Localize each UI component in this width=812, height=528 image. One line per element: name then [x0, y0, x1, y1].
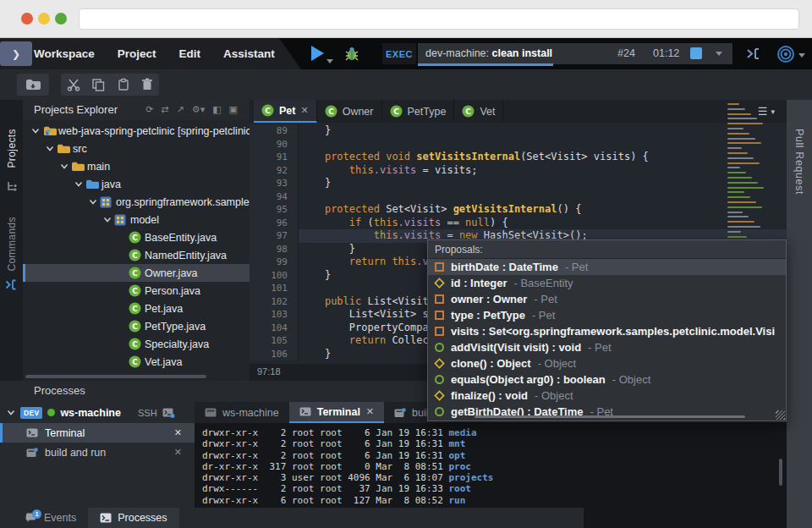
process-item-Terminal[interactable]: Terminal✕: [0, 423, 195, 443]
tree-item-vet.java[interactable]: CVet.java: [23, 353, 250, 371]
tree-chevron[interactable]: [28, 128, 42, 135]
tree-chevron[interactable]: [100, 217, 114, 223]
run-button[interactable]: [311, 46, 324, 61]
run-dropdown-caret[interactable]: [326, 59, 333, 63]
menu-assistant[interactable]: Assistant: [223, 47, 275, 60]
tab-events[interactable]: 1 Events: [14, 508, 88, 528]
commands-rail-icon[interactable]: [5, 279, 18, 290]
tree-item-specialty.java[interactable]: CSpecialty.java: [23, 335, 250, 353]
code-line-96[interactable]: 96 if (this.visits == null) {: [250, 217, 787, 230]
tree-item-owner.java[interactable]: COwner.java: [23, 264, 250, 282]
tree-horizontal-scrollbar[interactable]: [25, 375, 206, 378]
tree-item-src[interactable]: src: [23, 140, 250, 157]
menu-edit[interactable]: Edit: [179, 47, 201, 60]
proposal-item[interactable]: birthDate : DateTime- Pet: [428, 259, 786, 275]
tree-item-web-java-spring-petclinic[interactable]: web-java-spring-petclinic [spring-petcli…: [23, 122, 250, 140]
collapse-panel-icon[interactable]: ◧: [212, 104, 221, 115]
settings-gear-icon[interactable]: ⚙▾: [192, 104, 205, 115]
tree-item-person.java[interactable]: CPerson.java: [23, 282, 250, 300]
code-line-92[interactable]: 92 this.visits = visits;: [250, 164, 787, 178]
proposal-item[interactable]: visits : Set<org.springframework.samples…: [428, 323, 786, 339]
main-menu-button[interactable]: ❯: [0, 41, 32, 66]
tree-chevron[interactable]: [85, 199, 100, 206]
paste-icon[interactable]: [117, 78, 130, 91]
close-tab-icon[interactable]: ✕: [300, 105, 308, 116]
close-process-icon[interactable]: ✕: [174, 427, 182, 438]
stop-button[interactable]: [690, 47, 702, 59]
proposal-item[interactable]: equals(Object arg0) : boolean- Object: [428, 371, 786, 388]
package-icon: [100, 196, 112, 208]
terminal-vertical-scrollbar[interactable]: [779, 459, 782, 486]
menu-project[interactable]: Project: [118, 47, 156, 60]
tree-item-main[interactable]: main: [23, 157, 250, 175]
rail-tab-projects[interactable]: Projects: [6, 129, 18, 168]
process-tab-ws-machine[interactable]: ws-machine: [195, 402, 289, 423]
editor-tab-owner[interactable]: COwner: [317, 100, 382, 123]
window-minimize-button[interactable]: [38, 13, 50, 25]
code-line-95[interactable]: 95 protected Set<Visit> getVisitsInterna…: [250, 203, 787, 217]
tree-chevron[interactable]: [71, 181, 85, 188]
tree-item-namedentity.java[interactable]: CNamedEntity.java: [23, 246, 250, 264]
tree-item-pettype.java[interactable]: CPetType.java: [23, 317, 250, 335]
proposal-item[interactable]: type : PetType- Pet: [428, 307, 786, 323]
maximize-panel-icon[interactable]: ▣: [229, 104, 238, 115]
go-into-icon[interactable]: ↗: [177, 104, 184, 115]
tree-chevron[interactable]: [57, 163, 71, 170]
code-line-93[interactable]: 93 }: [250, 177, 787, 190]
code-line-91[interactable]: 91 protected void setVisitsInternal(Set<…: [250, 151, 787, 164]
copy-icon[interactable]: [91, 78, 105, 91]
popup-horizontal-scrollbar[interactable]: [475, 415, 745, 418]
close-process-icon[interactable]: ✕: [174, 447, 182, 458]
tree-item-java[interactable]: java: [23, 175, 250, 193]
tree-item-pet.java[interactable]: CPet.java: [23, 300, 250, 317]
machine-running-dot: [47, 409, 55, 416]
popup-resize-grip[interactable]: [776, 410, 785, 420]
url-bar[interactable]: [79, 8, 799, 30]
machine-row[interactable]: DEV ws-machine SSH: [0, 402, 195, 423]
window-zoom-button[interactable]: [55, 13, 67, 25]
proposal-origin: - BaseEntity: [513, 277, 573, 289]
tree-item-model[interactable]: model: [23, 211, 250, 228]
editor-tab-vet[interactable]: CVet: [454, 100, 503, 123]
proposal-item[interactable]: id : Integer- BaseEntity: [428, 275, 786, 291]
editor-tab-pettype[interactable]: CPetType: [382, 100, 455, 123]
ssh-terminal-icon[interactable]: [162, 408, 175, 418]
code-line-94[interactable]: 94: [250, 190, 787, 204]
proposal-item[interactable]: clone() : Object- Object: [428, 355, 786, 371]
command-timer: 01:12: [653, 47, 679, 59]
rail-tab-commands[interactable]: Commands: [6, 217, 18, 272]
diamond-proposal-icon: [434, 358, 444, 368]
close-tab-icon[interactable]: ✕: [366, 406, 374, 417]
link-with-editor-icon[interactable]: ⇄: [161, 104, 168, 115]
commands-toggle-icon[interactable]: [746, 47, 761, 60]
target-dropdown-caret[interactable]: [798, 53, 805, 58]
tree-item-org.springframework.samples[interactable]: org.springframework.samples: [23, 193, 250, 211]
import-project-button[interactable]: [17, 74, 49, 96]
code-line-90[interactable]: 90: [250, 138, 787, 151]
tree-chevron[interactable]: [42, 146, 57, 152]
proposal-item[interactable]: owner : Owner- Pet: [428, 291, 786, 307]
proposal-item[interactable]: addVisit(Visit visit) : void- Pet: [428, 339, 786, 355]
editor-tab-pet[interactable]: CPet✕: [254, 100, 317, 123]
proposal-item[interactable]: finalize() : void- Object: [428, 388, 786, 404]
process-item-build-and-run[interactable]: build and run✕: [0, 443, 195, 462]
code-line-89[interactable]: 89 }: [250, 124, 787, 138]
tree-item-baseentity.java[interactable]: CBaseEntity.java: [23, 228, 250, 246]
command-dropdown-caret[interactable]: [716, 52, 722, 56]
chevron-down-icon[interactable]: [7, 410, 15, 416]
chevron-down-icon: [60, 163, 69, 170]
tab-processes[interactable]: Processes: [88, 508, 178, 528]
refresh-icon[interactable]: ⟳: [145, 104, 153, 115]
window-close-button[interactable]: [21, 13, 33, 25]
delete-icon[interactable]: [141, 78, 153, 91]
svg-text:C: C: [393, 107, 399, 116]
command-selector[interactable]: dev-machine: clean install #24 01:12: [418, 43, 732, 64]
debug-icon[interactable]: [343, 46, 360, 62]
ssh-label[interactable]: SSH: [138, 408, 157, 418]
cut-icon[interactable]: [67, 78, 80, 91]
menu-workspace[interactable]: Workspace: [34, 47, 95, 60]
process-tab-Terminal[interactable]: Terminal✕: [289, 402, 384, 423]
line-number: 94: [250, 190, 299, 204]
rail-tab-pull-request[interactable]: Pull Request: [793, 129, 805, 195]
target-machine-icon[interactable]: [776, 45, 795, 63]
